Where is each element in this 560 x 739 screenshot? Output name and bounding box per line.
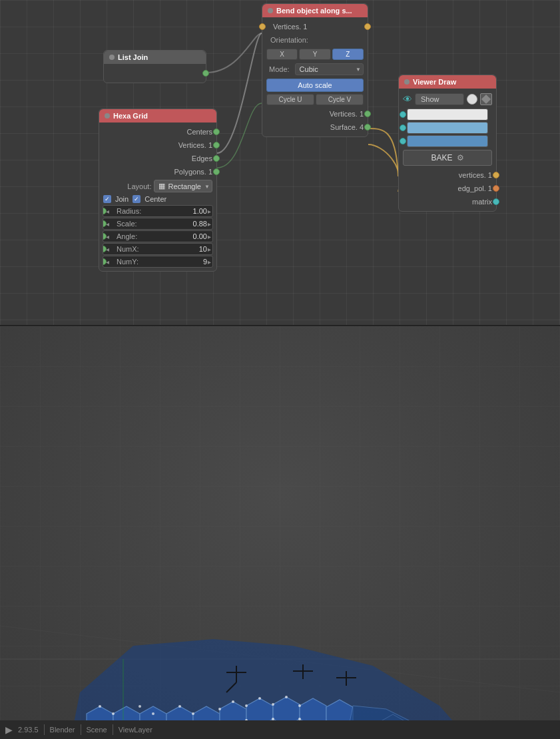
viewer-edgpol-output: edg_pol. 1 [399,182,496,195]
field-scale[interactable]: ◂ Scale: 0.88 ▸ [103,218,213,230]
cb-center-label: Center [144,195,166,203]
mode-dropdown[interactable]: Cubic [295,63,364,75]
svg-point-154 [258,697,261,700]
node-bend[interactable]: Bend object along s... Vertices. 1 Orien… [262,3,368,137]
btn-cycle-u[interactable]: Cycle U [266,94,314,105]
field-numy[interactable]: ◂ NumY: 9 ▸ [103,256,213,268]
field-radius[interactable]: ◂ Radius: 1.00 ▸ [103,205,213,217]
socket-viewer-edgpol[interactable] [493,185,499,192]
mesh-visualization [0,326,560,739]
svg-point-152 [232,700,234,703]
node-editor: List Join Hexa Grid Centers Vertices. 1 [0,0,560,326]
node-list-join-title: List Join [118,53,148,61]
swatch-row-3 [403,135,492,147]
row-edges: Edges [99,152,216,165]
bend-vertices-output: Vertices. 1 [262,107,368,121]
separator-2 [81,724,81,735]
svg-point-153 [245,704,248,707]
socket-viewer-vertices[interactable] [493,172,499,178]
stepper-right-numy: ▸ [208,258,211,266]
svg-point-147 [139,705,141,708]
diamond-icon [480,93,492,105]
view-layer-name: ViewLayer [119,726,152,734]
orientation-btn-group: X Y Z [266,49,364,60]
node-bend-header: Bend object along s... [262,4,368,17]
mode-label: Mode: [269,65,290,73]
status-bar: ▶ 2.93.5 Blender Scene ViewLayer [0,720,560,739]
viewer-matrix-output: matrix [399,195,496,208]
layout-row: Layout: ▦ Rectangle [99,178,216,194]
app-name: Blender [50,726,75,734]
socket-bend-vertices-in[interactable] [259,23,266,30]
bend-vertices-input: Vertices. 1 [262,20,368,33]
version-text: 2.93.5 [18,726,39,734]
node-viewer-body: 👁 Show BAKE [399,89,496,211]
viewport[interactable]: ▶ 2.93.5 Blender Scene ViewLayer [0,326,560,739]
bend-orientation-label: Orientation: [262,33,368,47]
socket-viewer-matrix[interactable] [493,198,499,205]
socket-vertices[interactable] [213,142,220,148]
node-viewer[interactable]: Viewer Draw 👁 Show [398,75,497,212]
color-swatch-blue[interactable] [407,135,488,147]
field-numx[interactable]: ◂ NumX: 10 ▸ [103,243,213,255]
mode-dropdown-wrapper[interactable]: Cubic [295,63,364,75]
node-hexa-grid-body: Centers Vertices. 1 Edges Polygons. 1 La… [99,123,216,271]
color-swatch-white[interactable] [407,109,488,121]
socket-centers[interactable] [213,128,220,135]
btn-cycle-v[interactable]: Cycle V [316,94,364,105]
separator-3 [113,724,113,735]
layout-dropdown-wrapper[interactable]: ▦ Rectangle [154,180,212,192]
scene-name: Scene [87,726,107,734]
stepper-label-scale: Scale: [103,218,189,229]
color-swatch-light-blue[interactable] [407,122,488,134]
cb-join-label: Join [115,195,129,203]
stepper-label-numy: NumY: [103,256,189,267]
viewer-vertices-output: vertices. 1 [399,168,496,182]
cycle-btn-group: Cycle U Cycle V [266,94,364,105]
svg-point-155 [272,703,274,706]
gear-icon: ⚙ [457,153,464,162]
socket-polygons[interactable] [213,168,220,175]
eye-icon[interactable]: 👁 [403,94,412,105]
show-btn[interactable]: Show [415,93,464,105]
node-hexa-grid-dot [105,113,110,119]
stepper-right-angle: ▸ [208,233,211,240]
svg-point-149 [178,705,181,708]
node-list-join[interactable]: List Join [103,50,206,83]
play-icon: ▶ [5,724,13,735]
socket-viewer-3[interactable] [400,138,406,144]
field-angle[interactable]: ◂ Angle: 0.00 ▸ [103,230,213,242]
svg-point-157 [298,704,301,707]
socket-edges[interactable] [213,155,220,162]
list-join-output-socket[interactable] [202,70,209,77]
stepper-right-scale: ▸ [208,220,211,228]
bake-btn[interactable]: BAKE ⚙ [403,150,492,166]
bake-label: BAKE [431,153,452,162]
socket-bend-surface-out[interactable] [364,124,371,130]
node-list-join-header: List Join [104,51,206,64]
auto-scale-btn[interactable]: Auto scale [266,79,364,92]
node-list-join-dot [109,55,115,60]
svg-point-151 [218,708,221,710]
btn-y[interactable]: Y [299,49,330,60]
svg-point-146 [112,712,115,715]
cb-join[interactable] [103,195,111,203]
socket-bend-vertices-out[interactable] [364,23,371,30]
socket-viewer-2[interactable] [400,124,406,131]
socket-bend-vertices-out2[interactable] [364,111,371,117]
node-viewer-title: Viewer Draw [413,78,456,86]
swatch-row-1 [403,109,492,121]
mode-value: Cubic [300,65,318,73]
checkbox-row: Join Center [99,194,216,204]
node-hexa-grid[interactable]: Hexa Grid Centers Vertices. 1 Edges Poly… [99,109,217,272]
row-polygons: Polygons. 1 [99,165,216,178]
btn-z[interactable]: Z [332,49,364,60]
cb-center[interactable] [133,195,140,203]
stepper-right-radius: ▸ [208,208,211,215]
layout-dropdown[interactable]: ▦ Rectangle [154,180,212,192]
stepper-label-radius: Radius: [103,206,189,216]
bend-surface-output: Surface. 4 [262,121,368,134]
socket-viewer-1[interactable] [400,111,406,118]
stepper-right-numx: ▸ [208,246,211,253]
btn-x[interactable]: X [266,49,298,60]
